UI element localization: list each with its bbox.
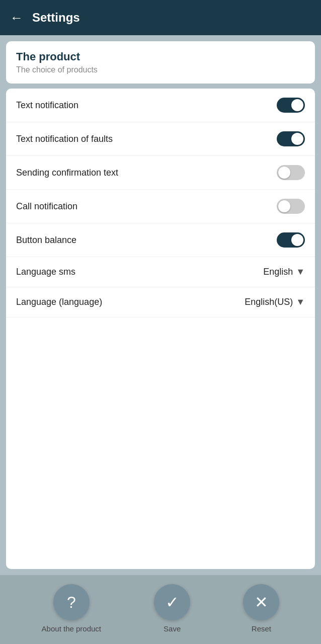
setting-row-sending_confirmation_text: Sending confirmation text bbox=[6, 156, 315, 190]
toggle-button_balance[interactable] bbox=[277, 232, 305, 248]
product-card: The product The choice of products bbox=[6, 41, 315, 84]
bottom-btn-save[interactable]: ✓Save bbox=[154, 584, 190, 633]
bottom-btn-label-about: About the product bbox=[42, 624, 101, 633]
dropdown-value-language_language: English(US) bbox=[245, 297, 293, 307]
bottom-btn-label-save: Save bbox=[164, 624, 181, 633]
about-icon: ? bbox=[53, 584, 90, 620]
setting-label-language_sms: Language sms bbox=[16, 267, 75, 277]
setting-label-button_balance: Button balance bbox=[16, 235, 76, 246]
setting-label-sending_confirmation_text: Sending confirmation text bbox=[16, 168, 118, 178]
bottom-btn-about[interactable]: ?About the product bbox=[42, 584, 101, 633]
setting-row-text_notification_faults: Text notification of faults bbox=[6, 122, 315, 156]
toggle-call_notification[interactable] bbox=[277, 199, 305, 214]
toggle-text_notification[interactable] bbox=[277, 98, 305, 113]
setting-label-text_notification: Text notification bbox=[16, 100, 78, 111]
main-content: The product The choice of products Text … bbox=[0, 35, 321, 575]
save-icon: ✓ bbox=[154, 584, 190, 620]
chevron-down-icon: ▼ bbox=[296, 267, 305, 277]
product-subtitle: The choice of products bbox=[16, 65, 305, 74]
product-name: The product bbox=[16, 50, 305, 63]
setting-label-text_notification_faults: Text notification of faults bbox=[16, 134, 113, 144]
setting-row-language_language: Language (language)English(US)▼ bbox=[6, 287, 315, 317]
setting-row-language_sms: Language smsEnglish▼ bbox=[6, 257, 315, 287]
back-button[interactable]: ← bbox=[10, 10, 23, 26]
settings-spacer bbox=[6, 317, 315, 418]
dropdown-value-language_sms: English bbox=[263, 267, 293, 277]
toggle-text_notification_faults[interactable] bbox=[277, 131, 305, 146]
bottom-bar: ?About the product✓Save✕Reset bbox=[0, 575, 321, 644]
bottom-btn-label-reset: Reset bbox=[252, 624, 271, 633]
dropdown-language_language[interactable]: English(US)▼ bbox=[245, 297, 305, 307]
setting-row-button_balance: Button balance bbox=[6, 223, 315, 257]
setting-row-text_notification: Text notification bbox=[6, 89, 315, 122]
settings-card: Text notificationText notification of fa… bbox=[6, 89, 315, 569]
setting-label-call_notification: Call notification bbox=[16, 201, 77, 212]
header: ← Settings bbox=[0, 0, 321, 35]
bottom-btn-reset[interactable]: ✕Reset bbox=[243, 584, 279, 633]
chevron-down-icon: ▼ bbox=[296, 297, 305, 307]
reset-icon: ✕ bbox=[243, 584, 279, 620]
toggle-sending_confirmation_text[interactable] bbox=[277, 165, 305, 180]
setting-row-call_notification: Call notification bbox=[6, 190, 315, 223]
page-title: Settings bbox=[32, 11, 80, 25]
dropdown-language_sms[interactable]: English▼ bbox=[263, 267, 305, 277]
setting-label-language_language: Language (language) bbox=[16, 297, 102, 307]
